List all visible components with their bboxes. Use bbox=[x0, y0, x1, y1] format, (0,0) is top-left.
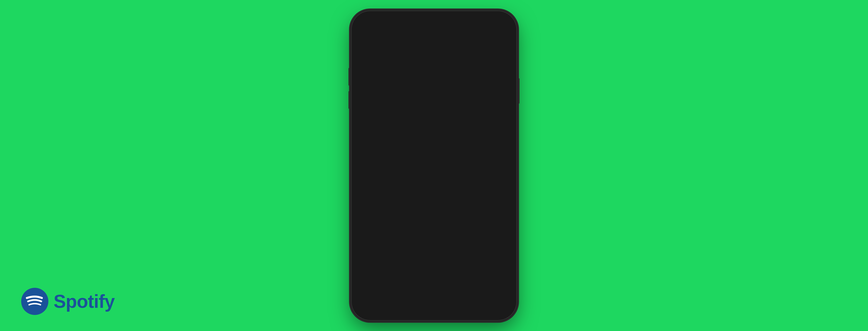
genre-chip-folk[interactable]: Folk bbox=[460, 124, 487, 138]
more-dot bbox=[502, 197, 503, 198]
song-item-domestic[interactable]: Domestic Sweater Wardell ♥ bbox=[365, 211, 503, 244]
song-title-em: Em algum lugar bbox=[393, 186, 487, 195]
genre-chip-rap[interactable]: Rap bbox=[365, 124, 391, 138]
phone-container: Liked Songs 8,974 songs bbox=[351, 11, 517, 320]
more-button-domestic[interactable] bbox=[502, 224, 503, 231]
song-artist-domestic: Wardell bbox=[393, 229, 487, 236]
volume-down-button bbox=[348, 91, 350, 109]
song-info-domestic: Domestic Sweater Wardell bbox=[393, 219, 487, 236]
shuffle-button[interactable] bbox=[494, 80, 506, 91]
song-info-em: Em algum lugar Thifany Kauany bbox=[393, 186, 487, 204]
svg-point-0 bbox=[21, 288, 49, 315]
more-dot bbox=[502, 159, 503, 160]
song-artist-em: Thifany Kauany bbox=[393, 197, 487, 204]
song-info-zina: Zina Yoke bbox=[393, 154, 487, 171]
download-icon bbox=[369, 72, 377, 80]
album-domestic-art bbox=[365, 216, 388, 239]
song-item-zina[interactable]: Zina Yoke ♥ bbox=[365, 146, 503, 179]
spotify-logo: Spotify bbox=[21, 287, 115, 315]
album-zina-art bbox=[365, 151, 388, 174]
more-dot bbox=[502, 227, 503, 228]
spotify-text-label: Spotify bbox=[54, 291, 115, 312]
more-dot bbox=[502, 229, 503, 231]
phone-screen: Liked Songs 8,974 songs bbox=[355, 15, 513, 317]
download-button[interactable] bbox=[365, 68, 381, 85]
play-shuffle-group bbox=[478, 63, 503, 89]
like-button-zina[interactable]: ♥ bbox=[492, 158, 497, 167]
genre-filters: Rap Chill Indie Folk Electronic H bbox=[365, 124, 503, 138]
more-button-em[interactable] bbox=[502, 192, 503, 198]
genre-chip-chill[interactable]: Chill bbox=[395, 124, 423, 138]
play-icon bbox=[487, 71, 496, 81]
genre-chip-electronic[interactable]: Electronic bbox=[491, 124, 503, 138]
song-actions-zina: ♥ bbox=[492, 158, 503, 167]
figure-1 bbox=[370, 190, 375, 200]
song-title-domestic: Domestic Sweater bbox=[393, 219, 487, 228]
album-art-em bbox=[365, 183, 388, 207]
song-actions-domestic: ♥ bbox=[492, 222, 503, 232]
album-art-zina bbox=[365, 151, 388, 174]
like-button-em[interactable]: ♥ bbox=[492, 190, 497, 200]
album-art-domestic bbox=[365, 216, 388, 239]
album-em-art bbox=[365, 183, 388, 207]
album-figures bbox=[370, 190, 382, 200]
page-title: Liked Songs bbox=[365, 30, 503, 46]
volume-up-button bbox=[348, 68, 350, 86]
song-item-em-algum[interactable]: Em algum lugar Thifany Kauany ♥ bbox=[365, 179, 503, 211]
more-dot bbox=[502, 192, 503, 193]
song-count: 8,974 songs bbox=[365, 48, 503, 56]
more-dot bbox=[502, 162, 503, 163]
genre-chip-indie[interactable]: Indie bbox=[427, 124, 456, 138]
spotify-icon bbox=[21, 287, 49, 315]
figure-2 bbox=[377, 190, 382, 200]
more-dot bbox=[502, 224, 503, 225]
shuffle-icon bbox=[497, 83, 503, 88]
more-dot bbox=[502, 194, 503, 195]
song-actions-em: ♥ bbox=[492, 190, 503, 200]
song-list: Zina Yoke ♥ bbox=[365, 146, 503, 306]
like-button-domestic[interactable]: ♥ bbox=[492, 222, 497, 232]
more-button-zina[interactable] bbox=[502, 159, 503, 166]
power-button bbox=[518, 78, 520, 104]
action-row bbox=[365, 63, 503, 89]
song-artist-zina: Yoke bbox=[393, 164, 487, 171]
song-title-zina: Zina bbox=[393, 154, 487, 162]
screen-content: Liked Songs 8,974 songs bbox=[355, 15, 513, 317]
add-songs-button[interactable]: ADD SONGS bbox=[399, 98, 469, 115]
more-dot bbox=[502, 164, 503, 166]
